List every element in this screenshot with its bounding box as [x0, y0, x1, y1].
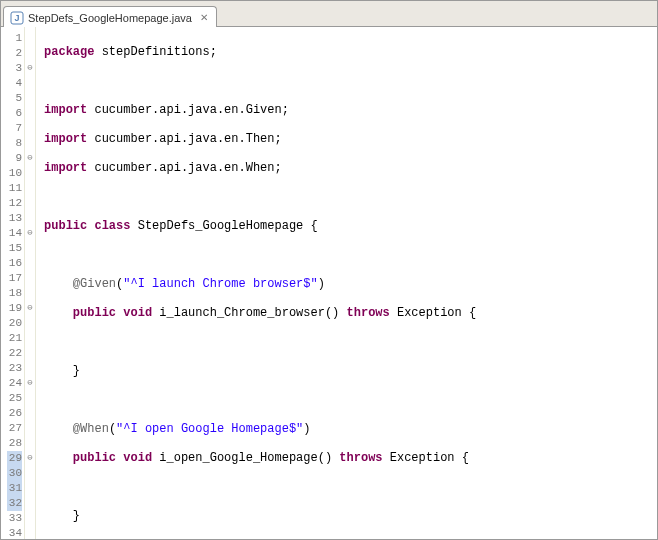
line-number: 2 — [7, 46, 22, 61]
line-number: 1 — [7, 31, 22, 46]
fold-toggle-icon[interactable]: ⊖ — [25, 451, 35, 466]
line-number: 8 — [7, 136, 22, 151]
code-line: public void i_launch_Chrome_browser() th… — [44, 306, 649, 321]
line-number: 20 — [7, 316, 22, 331]
code-line — [44, 480, 649, 495]
line-number: 28 — [7, 436, 22, 451]
fold-toggle-icon[interactable]: ⊖ — [25, 226, 35, 241]
fold-toggle-icon[interactable]: ⊖ — [25, 301, 35, 316]
line-number: 12 — [7, 196, 22, 211]
code-line: import cucumber.api.java.en.When; — [44, 161, 649, 176]
code-line — [44, 335, 649, 350]
line-number: 19 — [7, 301, 22, 316]
line-number: 13 — [7, 211, 22, 226]
code-line: package stepDefinitions; — [44, 45, 649, 60]
code-line: import cucumber.api.java.en.Then; — [44, 132, 649, 147]
code-line — [44, 248, 649, 263]
line-number: 3 — [7, 61, 22, 76]
line-number: 9 — [7, 151, 22, 166]
code-line: public void i_open_Google_Homepage() thr… — [44, 451, 649, 466]
line-number: 21 — [7, 331, 22, 346]
code-line — [44, 538, 649, 539]
line-number: 6 — [7, 106, 22, 121]
line-number: 31 — [7, 481, 22, 496]
line-number: 5 — [7, 91, 22, 106]
line-number: 34 — [7, 526, 22, 539]
line-number: 22 — [7, 346, 22, 361]
code-line: } — [44, 364, 649, 379]
fold-toggle-icon[interactable]: ⊖ — [25, 151, 35, 166]
line-number: 23 — [7, 361, 22, 376]
line-number: 14 — [7, 226, 22, 241]
close-icon[interactable]: ✕ — [200, 12, 208, 23]
line-number: 27 — [7, 421, 22, 436]
line-number: 30 — [7, 466, 22, 481]
code-line: @When("^I open Google Homepage$") — [44, 422, 649, 437]
line-number: 10 — [7, 166, 22, 181]
code-area[interactable]: package stepDefinitions; import cucumber… — [36, 27, 657, 539]
line-number: 24 — [7, 376, 22, 391]
code-line — [44, 74, 649, 89]
line-number: 11 — [7, 181, 22, 196]
editor-tab[interactable]: J StepDefs_GoogleHomepage.java ✕ — [3, 6, 217, 27]
line-number: 26 — [7, 406, 22, 421]
line-number: 7 — [7, 121, 22, 136]
line-number-gutter: 1 2 3 4 5 6 7 8 9 10 11 12 13 14 15 16 1… — [1, 27, 25, 539]
line-number: 33 — [7, 511, 22, 526]
line-number: 17 — [7, 271, 22, 286]
fold-toggle-icon[interactable]: ⊖ — [25, 61, 35, 76]
line-number: 25 — [7, 391, 22, 406]
tab-title: StepDefs_GoogleHomepage.java — [28, 12, 192, 24]
java-file-icon: J — [10, 11, 24, 25]
code-line: @Given("^I launch Chrome browser$") — [44, 277, 649, 292]
line-number: 4 — [7, 76, 22, 91]
code-line: import cucumber.api.java.en.Given; — [44, 103, 649, 118]
code-line: public class StepDefs_GoogleHomepage { — [44, 219, 649, 234]
tab-bar: J StepDefs_GoogleHomepage.java ✕ — [1, 1, 657, 27]
code-editor[interactable]: 1 2 3 4 5 6 7 8 9 10 11 12 13 14 15 16 1… — [1, 27, 657, 539]
fold-toggle-icon[interactable]: ⊖ — [25, 376, 35, 391]
line-number: 32 — [7, 496, 22, 511]
line-number: 15 — [7, 241, 22, 256]
code-line — [44, 393, 649, 408]
svg-text:J: J — [14, 13, 19, 23]
code-line: } — [44, 509, 649, 524]
line-number: 29 — [7, 451, 22, 466]
fold-marker-gutter: ⊖ ⊖ ⊖ ⊖ ⊖ ⊖ — [25, 27, 36, 539]
code-line — [44, 190, 649, 205]
line-number: 16 — [7, 256, 22, 271]
line-number: 18 — [7, 286, 22, 301]
